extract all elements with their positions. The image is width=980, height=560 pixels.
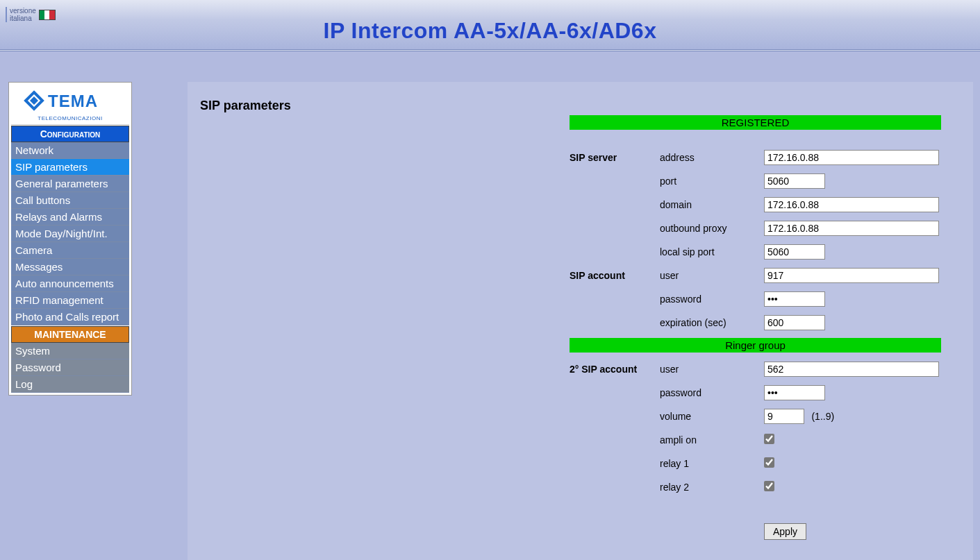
label-local-sip-port: local sip port — [660, 246, 764, 257]
label-password1: password — [660, 294, 764, 305]
sidebar-item-messages[interactable]: Messages — [11, 259, 129, 275]
input-user2[interactable] — [764, 362, 939, 377]
label-domain: domain — [660, 199, 764, 210]
sidebar-item-log[interactable]: Log — [11, 376, 129, 393]
tema-logo-icon: TEMA — [22, 90, 119, 114]
label-ampli-on: ampli on — [660, 434, 764, 446]
sidebar-item-network[interactable]: Network — [11, 142, 129, 159]
label-expiration: expiration (sec) — [660, 317, 764, 328]
volume-hint: (1..9) — [811, 411, 834, 422]
label-volume: volume — [660, 411, 764, 422]
label-relay1: relay 1 — [660, 458, 764, 469]
sidebar-item-relays-and-alarms[interactable]: Relays and Alarms — [11, 209, 129, 226]
input-user1[interactable] — [764, 268, 939, 283]
page-title: IP Intercom AA-5x/AA-6x/AD6x — [0, 18, 980, 44]
section-second-sip-account: 2° SIP account — [570, 364, 660, 375]
logo-subtitle: TELECOMUNICAZIONI — [14, 115, 126, 121]
sip-form: REGISTERED SIP server address port domai… — [570, 115, 941, 547]
section-header-maintenance: MAINTENANCE — [11, 326, 129, 343]
input-local-sip-port[interactable] — [764, 244, 825, 260]
sidebar-item-system[interactable]: System — [11, 343, 129, 359]
sidebar: TEMA TELECOMUNICAZIONI Configuration Net… — [8, 82, 132, 396]
sidebar-item-auto-announcements[interactable]: Auto announcements — [11, 275, 129, 292]
sidebar-item-photo-and-calls-report[interactable]: Photo and Calls report — [11, 309, 129, 325]
sidebar-item-mode-day-night-int-[interactable]: Mode Day/Night/Int. — [11, 226, 129, 242]
label-port: port — [660, 176, 764, 187]
label-outbound-proxy: outbound proxy — [660, 223, 764, 234]
input-expiration[interactable] — [764, 315, 825, 330]
section-header-configuration: Configuration — [11, 126, 129, 142]
input-port[interactable] — [764, 173, 825, 189]
label-user1: user — [660, 270, 764, 281]
svg-marker-1 — [30, 96, 38, 105]
sidebar-item-camera[interactable]: Camera — [11, 242, 129, 259]
content-title: SIP parameters — [200, 99, 961, 113]
input-outbound-proxy[interactable] — [764, 221, 939, 236]
apply-button[interactable]: Apply — [764, 523, 806, 540]
checkbox-ampli-on[interactable] — [764, 434, 774, 444]
registration-status: REGISTERED — [570, 115, 941, 130]
label-password2: password — [660, 387, 764, 398]
input-domain[interactable] — [764, 197, 939, 212]
content-panel: SIP parameters REGISTERED SIP server add… — [188, 82, 973, 560]
input-volume[interactable] — [764, 409, 804, 424]
logo: TEMA TELECOMUNICAZIONI — [11, 85, 129, 125]
sidebar-item-call-buttons[interactable]: Call buttons — [11, 192, 129, 209]
sidebar-item-password[interactable]: Password — [11, 359, 129, 376]
sidebar-item-general-parameters[interactable]: General parameters — [11, 176, 129, 192]
section-sip-server: SIP server — [570, 152, 660, 163]
label-address: address — [660, 152, 764, 163]
input-password1[interactable] — [764, 291, 825, 307]
checkbox-relay2[interactable] — [764, 481, 774, 491]
header: versione italiana IP Intercom AA-5x/AA-6… — [0, 0, 980, 51]
input-address[interactable] — [764, 150, 939, 165]
svg-text:TEMA: TEMA — [48, 92, 98, 110]
input-password2[interactable] — [764, 385, 825, 400]
label-relay2: relay 2 — [660, 482, 764, 493]
checkbox-relay1[interactable] — [764, 457, 774, 468]
ringer-group-header: Ringer group — [570, 338, 941, 353]
sidebar-item-rfid-management[interactable]: RFID management — [11, 292, 129, 309]
sidebar-item-sip-parameters[interactable]: SIP parameters — [11, 159, 129, 176]
section-sip-account: SIP account — [570, 270, 660, 281]
label-user2: user — [660, 364, 764, 375]
